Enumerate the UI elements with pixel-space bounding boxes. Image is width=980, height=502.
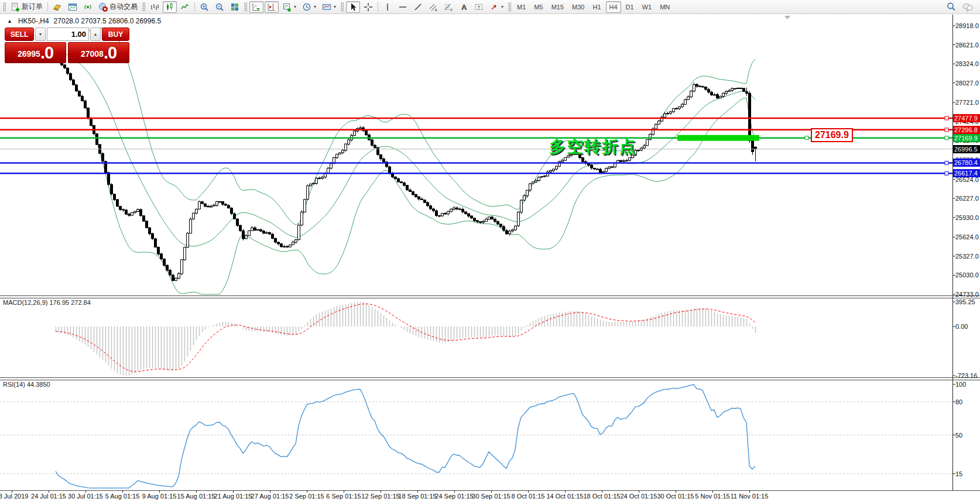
price-axis-label: 25030.0 xyxy=(955,271,979,278)
volume-decrease-button[interactable]: ▼ xyxy=(35,27,46,41)
new-order-icon xyxy=(11,2,20,12)
timeframe-m15[interactable]: M15 xyxy=(548,1,567,13)
timeframe-m5[interactable]: M5 xyxy=(530,1,546,13)
toolbar-grip[interactable] xyxy=(508,2,511,12)
price-axis-label: 25327.0 xyxy=(955,253,979,260)
templates-dropdown[interactable]: ▾ xyxy=(320,1,338,13)
candlestick-icon xyxy=(165,2,174,12)
rsi-indicator-label: RSI(14) 44.3850 xyxy=(3,381,50,388)
cursor-button[interactable] xyxy=(346,1,360,13)
periods-dropdown[interactable]: ▾ xyxy=(300,1,318,13)
time-axis-label: 5 Aug 01:15 xyxy=(105,493,140,500)
search-button[interactable] xyxy=(944,1,958,13)
sell-price-display[interactable]: 26995 .0 xyxy=(5,42,66,63)
auto-scroll-button[interactable] xyxy=(249,1,263,13)
line-handle[interactable] xyxy=(945,136,948,140)
timeframe-m1[interactable]: M1 xyxy=(513,1,529,13)
svg-text:F: F xyxy=(451,8,453,12)
text-label-icon: T xyxy=(474,2,484,12)
timeframe-h4[interactable]: H4 xyxy=(606,1,621,13)
book-button[interactable] xyxy=(50,1,64,13)
toolbar-grip[interactable] xyxy=(3,2,6,12)
chart-shift-button[interactable] xyxy=(265,1,279,13)
toolbar-grip[interactable] xyxy=(244,2,247,12)
candlestick-button[interactable] xyxy=(163,1,177,13)
toolbar-grip[interactable] xyxy=(341,2,344,12)
sell-button[interactable]: SELL xyxy=(5,27,34,41)
buy-price-display[interactable]: 27008 .0 xyxy=(68,42,129,63)
toolbar-grip[interactable] xyxy=(142,2,145,12)
channel-icon: E xyxy=(429,2,438,12)
crosshair-button[interactable] xyxy=(361,1,375,13)
horizontal-line-button[interactable] xyxy=(396,1,410,13)
price-axis-label: 25624.0 xyxy=(955,233,979,240)
macd-indicator-label: MACD(12,26,9) 176.95 272.84 xyxy=(3,299,91,306)
collapse-panel-icon[interactable]: ▲ xyxy=(7,18,12,24)
price-line-tag: 26617.4 xyxy=(953,169,980,177)
svg-text:A: A xyxy=(461,3,467,12)
new-order-button[interactable]: 新订单 xyxy=(8,1,45,13)
price-chart-canvas[interactable] xyxy=(0,15,980,502)
price-line-tag: 27477.9 xyxy=(953,114,980,122)
timeframe-h1[interactable]: H1 xyxy=(589,1,604,13)
volume-increase-button[interactable]: ▲ xyxy=(90,27,101,41)
vertical-line-button[interactable] xyxy=(381,1,395,13)
line-handle[interactable] xyxy=(945,171,948,175)
toolbar-separator xyxy=(194,2,195,12)
timeframe-d1[interactable]: D1 xyxy=(622,1,638,13)
community-button[interactable] xyxy=(81,1,95,13)
time-axis-label: 18 Jul 2019 xyxy=(0,493,28,500)
trendline-button[interactable] xyxy=(411,1,425,13)
rsi-axis-label: 80 xyxy=(955,398,962,405)
timeframe-m30[interactable]: M30 xyxy=(568,1,588,13)
time-axis-label: 30 Jul 01:15 xyxy=(68,493,103,500)
line-chart-button[interactable] xyxy=(178,1,192,13)
bar-chart-button[interactable] xyxy=(148,1,162,13)
volume-input[interactable] xyxy=(47,27,89,41)
price-axis-label: 28027.0 xyxy=(955,80,979,87)
new-chart-dropdown[interactable]: ▾ xyxy=(280,1,299,13)
text-icon: A xyxy=(459,2,468,12)
line-handle[interactable] xyxy=(945,128,948,132)
price-callout-label[interactable]: 27169.9 xyxy=(811,128,853,142)
auto-scroll-icon xyxy=(252,2,261,12)
new-order-label: 新订单 xyxy=(22,2,43,12)
highlight-bar[interactable] xyxy=(677,135,759,141)
text-label-button[interactable]: T xyxy=(472,1,486,13)
tile-windows-button[interactable] xyxy=(228,1,242,13)
autotrade-icon xyxy=(98,2,108,12)
volume-decrease-icon: ▼ xyxy=(39,32,43,36)
zoom-in-icon xyxy=(200,2,209,12)
chart-window-button[interactable] xyxy=(66,1,80,13)
volume-increase-icon: ▲ xyxy=(94,32,98,36)
timeframe-w1[interactable]: W1 xyxy=(639,1,656,13)
line-handle[interactable] xyxy=(805,136,808,140)
current-price-tag: 26996.5 xyxy=(953,145,980,153)
fibonacci-button[interactable]: F xyxy=(441,1,455,13)
community-icon xyxy=(83,2,92,12)
buy-button[interactable]: BUY xyxy=(102,27,129,41)
time-axis-label: 18 Sep 01:15 xyxy=(398,493,436,500)
svg-text:T: T xyxy=(478,5,481,10)
vertical-line-icon xyxy=(383,2,392,12)
chat-button[interactable] xyxy=(960,1,976,13)
chart-shift-marker[interactable] xyxy=(784,16,790,19)
arrows-dropdown[interactable]: ▾ xyxy=(487,1,506,13)
line-handle[interactable] xyxy=(945,161,948,164)
autotrade-button[interactable]: 自动交易 xyxy=(96,1,140,13)
sell-price-dec: .0 xyxy=(40,44,53,61)
macd-axis-label: -723.16 xyxy=(955,372,977,379)
price-axis-label: 28621.0 xyxy=(955,42,979,49)
price-line-tag: 26780.4 xyxy=(953,159,980,167)
rsi-axis-label: 15 xyxy=(955,470,962,477)
time-axis-label: 14 Oct 01:15 xyxy=(547,493,584,500)
chart-annotation-text[interactable]: 多空转折点 xyxy=(549,136,637,158)
zoom-in-button[interactable] xyxy=(197,1,211,13)
chevron-down-icon: ▾ xyxy=(501,4,503,9)
timeframe-mn[interactable]: MN xyxy=(656,1,673,13)
zoom-out-button[interactable] xyxy=(213,1,227,13)
text-button[interactable]: A xyxy=(457,1,471,13)
line-handle[interactable] xyxy=(945,116,948,120)
chevron-down-icon: ▾ xyxy=(314,4,316,9)
channel-button[interactable]: E xyxy=(426,1,440,13)
